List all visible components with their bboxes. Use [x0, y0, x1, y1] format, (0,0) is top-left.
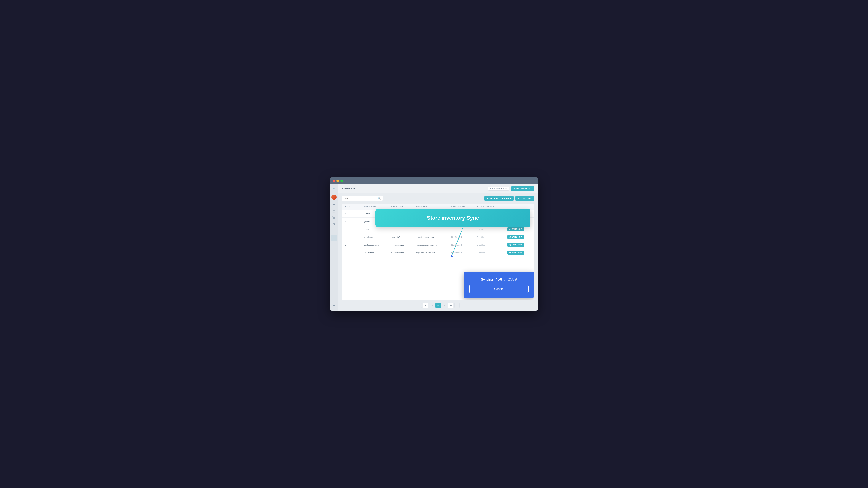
sync-small-icon	[509, 221, 511, 223]
add-remote-store-button[interactable]: + ADD REMOTE STORE	[484, 196, 514, 201]
check-icon	[333, 223, 336, 226]
cell-status	[448, 218, 474, 225]
svg-point-6	[334, 305, 334, 306]
sidebar-item-cart[interactable]	[331, 215, 337, 221]
balance-label: BALANCE	[490, 188, 500, 190]
sync-now-button[interactable]: SYNC NOW	[507, 220, 524, 223]
page-button-36[interactable]: 36	[448, 303, 453, 308]
cell-type	[388, 225, 413, 233]
cell-action: SYNC NOW	[504, 225, 534, 233]
cell-status: Not Started	[448, 233, 474, 241]
sync-now-button[interactable]: SYNC NOW	[507, 251, 524, 255]
table-row: 3 bestd Disabled SYNC NOW	[342, 225, 534, 233]
traffic-light-yellow[interactable]	[336, 180, 339, 182]
next-page-button[interactable]: ›	[455, 303, 460, 308]
cell-status	[448, 225, 474, 233]
app-layout: 365 DROPSHIP 〰 ⬡	[330, 184, 538, 311]
cell-url	[413, 218, 448, 225]
cell-type: woocommerce	[388, 249, 413, 257]
cell-url	[413, 210, 448, 218]
traffic-light-red[interactable]	[333, 180, 335, 182]
syncing-separator: /	[504, 277, 505, 282]
box-icon: ⬡	[333, 209, 335, 213]
prev-page-button[interactable]: ‹	[416, 303, 422, 308]
table-row: 5 Bestaccessories woocommerce https://ac…	[342, 241, 534, 249]
cell-num: 6	[342, 249, 361, 257]
cell-type	[388, 218, 413, 225]
svg-point-1	[334, 219, 335, 219]
cell-action: SYNC NOW	[504, 249, 534, 257]
traffic-light-green[interactable]	[340, 180, 343, 182]
table-row: 4 stylishone magento2 https://stylishone…	[342, 233, 534, 241]
cell-url	[413, 225, 448, 233]
search-box[interactable]: 🔍	[342, 196, 383, 201]
cell-permission: Disabled	[474, 218, 504, 225]
search-icon: 🔍	[378, 197, 381, 200]
page-button-17[interactable]: 17	[435, 303, 441, 308]
sidebar-item-lines[interactable]: 〰	[331, 202, 337, 207]
sync-all-button[interactable]: SYNC ALL	[516, 196, 534, 201]
sync-all-label: SYNC ALL	[521, 197, 532, 200]
cell-num: 2	[342, 218, 361, 225]
app-logo: 365 DROPSHIP	[331, 186, 337, 192]
exchange-icon	[332, 230, 336, 233]
sidebar-item-check[interactable]	[331, 222, 337, 228]
cell-num: 1	[342, 210, 361, 218]
pagination: ‹ 1 ··· 17 ··· 36 ›	[338, 300, 538, 311]
syncing-current: 458	[495, 277, 502, 282]
browser-titlebar	[330, 177, 538, 184]
browser-window: 365 DROPSHIP 〰 ⬡	[330, 177, 538, 311]
col-actions	[504, 204, 534, 210]
cancel-button[interactable]: Cancel	[469, 285, 529, 293]
cell-num: 4	[342, 233, 361, 241]
syncing-info: Syncing 458 / 2589	[481, 277, 517, 282]
svg-rect-5	[333, 239, 336, 239]
sidebar-bottom	[331, 303, 337, 308]
page-button-1[interactable]: 1	[423, 303, 428, 308]
cell-name: Hoodieland	[361, 249, 388, 257]
toolbar: 🔍 + ADD REMOTE STORE SYNC ALL	[338, 193, 538, 204]
sync-now-button[interactable]: SYNC NOW	[507, 243, 524, 247]
table-body: 1 Funny Disabled SYNC NOW 2 gaming	[342, 210, 534, 257]
col-store-name: STORE NAME	[361, 204, 388, 210]
cell-action: SYNC NOW	[504, 241, 534, 249]
sidebar-item-box[interactable]: ⬡	[331, 208, 337, 214]
col-sync-permission: SYNC PERMISION	[474, 204, 504, 210]
sync-small-icon	[509, 252, 511, 254]
sync-small-icon	[509, 228, 511, 230]
cell-num: 5	[342, 241, 361, 249]
cell-url: http://hoodieland.com	[413, 249, 448, 257]
table-header: STORE # STORE NAME STORE TYPE STORE URL …	[342, 204, 534, 210]
sync-now-button[interactable]: SYNC NOW	[507, 235, 524, 239]
lines-icon: 〰	[333, 203, 336, 206]
cart-icon	[332, 217, 336, 220]
search-input[interactable]	[344, 197, 376, 200]
sidebar-item-list[interactable]	[331, 235, 337, 241]
sidebar-settings[interactable]	[331, 303, 337, 308]
cell-type	[388, 210, 413, 218]
col-store-num: STORE #	[342, 204, 361, 210]
cell-num: 3	[342, 225, 361, 233]
sync-small-icon	[509, 213, 511, 214]
col-store-type: STORE TYPE	[388, 204, 413, 210]
svg-rect-2	[333, 223, 335, 226]
logo-sub: DROPSHIP	[331, 189, 337, 191]
deposit-button[interactable]: MAKE A DEPOSIT	[511, 186, 534, 191]
sync-icon	[518, 197, 520, 200]
col-sync-status: SYNC STATUS	[448, 204, 474, 210]
cell-action: SYNC NOW	[504, 233, 534, 241]
cell-status: Not Started	[448, 249, 474, 257]
syncing-total: 2589	[508, 277, 517, 282]
settings-icon	[333, 304, 336, 307]
sync-now-button[interactable]: SYNC NOW	[507, 227, 524, 231]
avatar[interactable]	[332, 195, 337, 200]
cell-permission: Disabled	[474, 233, 504, 241]
sidebar-item-exchange[interactable]	[331, 228, 337, 234]
cell-type: woocommerce	[388, 241, 413, 249]
table-row: 1 Funny Disabled SYNC NOW	[342, 210, 534, 218]
cell-permission: Disabled	[474, 241, 504, 249]
sync-now-button[interactable]: SYNC NOW	[507, 212, 524, 216]
list-icon	[332, 237, 336, 239]
top-bar-right: BALANCE $ 0.00 MAKE A DEPOSIT	[488, 186, 534, 191]
toolbar-right: + ADD REMOTE STORE SYNC ALL	[484, 196, 534, 201]
